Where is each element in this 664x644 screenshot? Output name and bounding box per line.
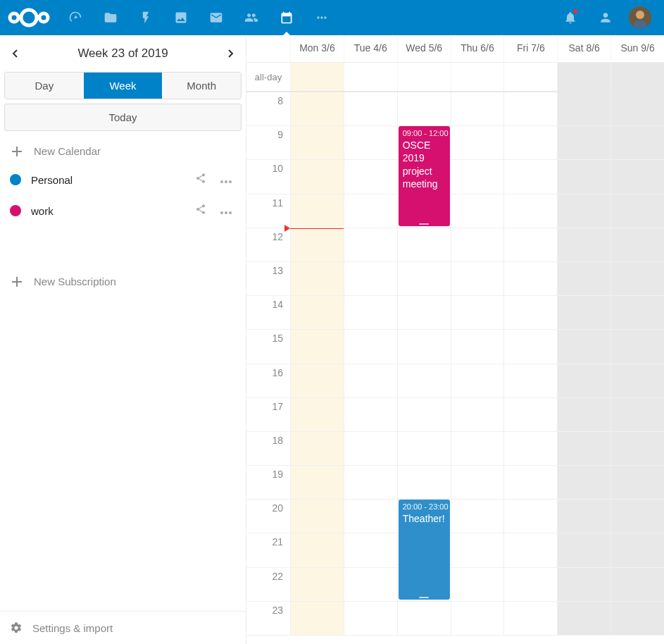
- event-resize-handle[interactable]: [419, 597, 429, 598]
- day-header[interactable]: Tue 4/6: [344, 35, 397, 62]
- plus-icon: [10, 147, 24, 156]
- notifications-icon[interactable]: [553, 0, 588, 35]
- calendar-color-dot: [10, 205, 21, 216]
- user-avatar[interactable]: [629, 6, 651, 29]
- day-column[interactable]: [503, 92, 557, 636]
- more-icon[interactable]: [216, 173, 236, 186]
- svg-point-9: [220, 180, 223, 183]
- share-icon[interactable]: [195, 173, 206, 187]
- more-apps-icon[interactable]: [304, 0, 339, 35]
- new-calendar-button[interactable]: New Calendar: [0, 138, 246, 164]
- contacts-icon[interactable]: [234, 0, 269, 35]
- contacts-menu-icon[interactable]: [588, 0, 623, 35]
- top-navigation-bar: [0, 0, 664, 35]
- week-view-button[interactable]: Week: [84, 73, 163, 99]
- hour-label: 22: [246, 568, 290, 602]
- files-icon[interactable]: [93, 0, 128, 35]
- svg-point-5: [324, 16, 326, 18]
- current-time-indicator: [290, 228, 344, 229]
- svg-point-11: [229, 180, 232, 183]
- day-header[interactable]: Sun 9/6: [610, 35, 664, 62]
- hour-label: 10: [246, 160, 290, 194]
- view-switcher: Day Week Month: [4, 72, 242, 99]
- allday-cell[interactable]: [397, 63, 451, 91]
- month-view-button[interactable]: Month: [162, 73, 241, 99]
- svg-point-3: [317, 16, 319, 18]
- plus-icon: [10, 277, 24, 287]
- new-subscription-button[interactable]: New Subscription: [0, 268, 246, 295]
- day-header[interactable]: Wed 5/6: [397, 35, 451, 62]
- hour-label: 21: [246, 533, 290, 567]
- hour-label: 19: [246, 466, 290, 500]
- svg-point-10: [225, 180, 227, 183]
- week-title[interactable]: Week 23 of 2019: [77, 47, 168, 61]
- day-header[interactable]: Fri 7/6: [503, 35, 557, 62]
- hour-label: 9: [246, 126, 290, 160]
- hour-label: 23: [246, 602, 290, 636]
- calendar-name: Personal: [31, 174, 185, 186]
- event-resize-handle[interactable]: [419, 223, 429, 225]
- calendar-item[interactable]: work: [0, 195, 246, 226]
- svg-point-12: [220, 211, 223, 214]
- day-column[interactable]: [344, 92, 397, 636]
- event-title: Theather!: [403, 512, 446, 525]
- event-time: 20:00 - 23:00: [403, 502, 446, 511]
- date-navigator: Week 23 of 2019: [0, 35, 246, 72]
- next-week-button[interactable]: [222, 45, 239, 62]
- svg-point-4: [320, 16, 322, 18]
- day-column[interactable]: [290, 92, 344, 636]
- hour-label: 17: [246, 398, 290, 432]
- svg-point-1: [10, 13, 18, 22]
- allday-cell[interactable]: [451, 63, 504, 91]
- day-header[interactable]: Sat 8/6: [557, 35, 610, 62]
- day-view-button[interactable]: Day: [5, 73, 84, 99]
- hour-label: 14: [246, 296, 290, 330]
- svg-point-0: [21, 10, 37, 25]
- calendar-event[interactable]: 20:00 - 23:00 Theather!: [399, 500, 450, 600]
- calendar-sidebar: Week 23 of 2019 Day Week Month Today New…: [0, 35, 246, 644]
- nextcloud-logo[interactable]: [7, 6, 51, 30]
- prev-week-button[interactable]: [7, 45, 24, 62]
- hour-label: 13: [246, 262, 290, 296]
- day-column[interactable]: [451, 92, 504, 636]
- calendar-header: Mon 3/6Tue 4/6Wed 5/6Thu 6/6Fri 7/6Sat 8…: [246, 35, 664, 63]
- hour-label: 8: [246, 92, 290, 126]
- day-column[interactable]: 09:00 - 12:00 OSCE 2019 project meeting …: [397, 92, 451, 636]
- allday-cell[interactable]: [503, 63, 557, 91]
- gear-icon: [10, 621, 23, 634]
- allday-cell[interactable]: [344, 63, 397, 91]
- svg-point-7: [636, 11, 644, 19]
- calendar-color-dot: [10, 174, 21, 185]
- event-time: 09:00 - 12:00: [403, 129, 446, 137]
- calendar-body[interactable]: 891011121314151617181920212223 09:00 - 1…: [246, 92, 664, 644]
- mail-icon[interactable]: [199, 0, 234, 35]
- allday-cell[interactable]: [290, 63, 344, 91]
- allday-row: all-day: [246, 63, 664, 92]
- share-icon[interactable]: [195, 204, 206, 218]
- allday-cell[interactable]: [610, 63, 664, 91]
- calendar-item[interactable]: Personal: [0, 164, 246, 195]
- calendar-name: work: [31, 205, 185, 217]
- event-title: OSCE 2019 project meeting: [403, 139, 446, 190]
- svg-point-2: [39, 13, 48, 22]
- activity-icon[interactable]: [128, 0, 163, 35]
- hour-label: 12: [246, 228, 290, 262]
- hour-label: 11: [246, 194, 290, 228]
- allday-cell[interactable]: [557, 63, 610, 91]
- day-header[interactable]: Mon 3/6: [290, 35, 344, 62]
- svg-point-14: [229, 211, 232, 214]
- day-column[interactable]: [557, 92, 610, 636]
- day-column[interactable]: [610, 92, 664, 636]
- more-icon[interactable]: [216, 204, 236, 217]
- calendar-event[interactable]: 09:00 - 12:00 OSCE 2019 project meeting: [399, 126, 450, 226]
- gallery-icon[interactable]: [163, 0, 199, 35]
- dashboard-icon[interactable]: [58, 0, 93, 35]
- calendar-icon[interactable]: [269, 0, 304, 35]
- day-header[interactable]: Thu 6/6: [451, 35, 504, 62]
- hour-label: 20: [246, 500, 290, 533]
- calendar-grid: Mon 3/6Tue 4/6Wed 5/6Thu 6/6Fri 7/6Sat 8…: [246, 35, 664, 644]
- allday-label: all-day: [246, 63, 290, 91]
- today-button[interactable]: Today: [4, 104, 242, 131]
- settings-import-button[interactable]: Settings & import: [0, 612, 246, 644]
- hour-label: 16: [246, 364, 290, 398]
